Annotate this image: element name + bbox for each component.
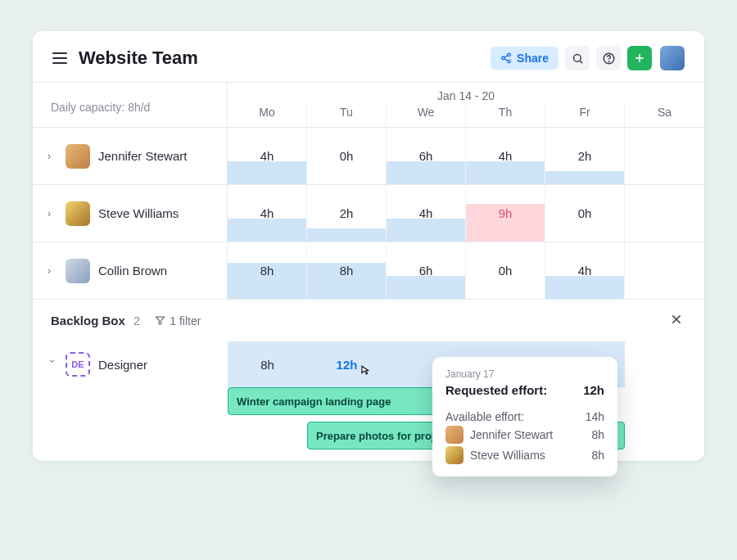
hour-cell[interactable]: 8h: [307, 242, 387, 299]
avatar: [66, 201, 90, 226]
page-title: Website Team: [79, 47, 491, 69]
hour-cell[interactable]: 2h: [307, 185, 387, 242]
menu-icon[interactable]: [52, 52, 67, 64]
filter-icon: [155, 315, 165, 326]
svg-line-6: [580, 61, 582, 63]
help-button[interactable]: [596, 46, 621, 70]
person-row: › Steve Williams 4h 2h 4h 9h 0h: [33, 184, 704, 242]
capacity-bar: [387, 219, 465, 242]
capacity-bar: [545, 276, 624, 299]
svg-point-2: [508, 60, 511, 63]
hour-cell[interactable]: 4h: [466, 128, 545, 184]
person-name: Collin Brown: [98, 264, 167, 278]
task-label: Winter campaign landing page: [237, 395, 391, 408]
svg-marker-11: [156, 317, 165, 324]
filter-label: 1 filter: [170, 314, 201, 327]
share-button[interactable]: Share: [491, 47, 558, 70]
effort-popover: January 17 Requested effort: 12h Availab…: [432, 357, 617, 476]
person-name: Jennifer Stewart: [98, 149, 187, 163]
available-effort-label: Available effort:: [445, 410, 524, 423]
backlog-count: 2: [133, 314, 140, 327]
plus-icon: [634, 52, 645, 64]
role-hour-cell[interactable]: 8h: [228, 341, 307, 387]
avatar: [66, 144, 90, 169]
chevron-right-icon[interactable]: ›: [47, 151, 57, 162]
hour-cell[interactable]: [625, 242, 704, 299]
svg-line-3: [504, 56, 508, 57]
capacity-bar: [387, 161, 465, 184]
popover-member-hours: 8h: [591, 449, 604, 462]
person-cell[interactable]: › Jennifer Stewart: [33, 128, 228, 184]
hour-cell[interactable]: 0h: [307, 128, 387, 184]
svg-point-1: [502, 56, 505, 60]
help-icon: [603, 52, 615, 65]
hour-cell[interactable]: 6h: [387, 242, 466, 299]
capacity-bar: [387, 276, 465, 299]
close-icon: [670, 313, 683, 326]
search-button[interactable]: [565, 46, 590, 70]
role-hour-cell[interactable]: [625, 341, 704, 387]
person-row: › Jennifer Stewart 4h 0h 6h 4h 2h: [33, 127, 704, 184]
backlog-title: Backlog Box: [51, 314, 125, 327]
available-effort-value: 14h: [586, 410, 604, 423]
hour-cell-overload[interactable]: 9h: [466, 185, 545, 242]
avatar: [445, 426, 463, 444]
day-header: Th: [466, 104, 545, 127]
day-header: Mo: [228, 104, 307, 127]
hour-cell[interactable]: [625, 128, 704, 184]
day-header: Fr: [545, 104, 625, 127]
avatar: [445, 446, 463, 464]
hour-cell[interactable]: 6h: [387, 128, 466, 184]
svg-point-0: [508, 53, 511, 56]
person-name: Steve Williams: [98, 206, 179, 220]
day-header: Sa: [625, 104, 704, 127]
search-icon: [572, 52, 584, 65]
person-cell[interactable]: › Steve Williams: [33, 185, 228, 242]
user-avatar[interactable]: [660, 46, 685, 70]
requested-effort-label: Requested effort:: [445, 383, 547, 397]
popover-member-name: Jennifer Stewart: [470, 428, 553, 441]
chevron-right-icon[interactable]: ›: [47, 208, 57, 219]
share-label: Share: [517, 52, 549, 65]
hour-cell[interactable]: 4h: [228, 128, 307, 184]
popover-member-name: Steve Williams: [470, 449, 545, 462]
week-range: Jan 14 - 20: [228, 83, 704, 104]
role-name: Designer: [98, 358, 147, 372]
hour-cell[interactable]: 4h: [387, 185, 466, 242]
svg-point-5: [573, 54, 581, 61]
popover-member-hours: 8h: [591, 428, 604, 441]
hour-cell[interactable]: 4h: [228, 185, 307, 242]
capacity-bar: [307, 228, 386, 242]
capacity-bar: [545, 171, 624, 184]
hour-cell[interactable]: 8h: [228, 242, 307, 299]
day-header: We: [387, 104, 466, 127]
cursor-icon: [357, 364, 372, 382]
hour-cell[interactable]: 0h: [466, 242, 545, 299]
capacity-label: Daily capacity: 8h/d: [33, 83, 228, 127]
filter-button[interactable]: 1 filter: [155, 314, 201, 327]
capacity-bar: [228, 219, 306, 242]
add-button[interactable]: [627, 46, 652, 70]
popover-date: January 17: [445, 368, 604, 380]
svg-line-4: [504, 59, 508, 61]
person-row: › Collin Brown 8h 8h 6h 0h 4h: [33, 242, 704, 299]
person-cell[interactable]: › Collin Brown: [33, 242, 228, 299]
avatar: [66, 259, 90, 283]
capacity-bar: [228, 161, 306, 184]
role-hour-cell-selected[interactable]: 12h: [307, 341, 387, 387]
close-button[interactable]: [670, 311, 686, 330]
chevron-down-icon[interactable]: ›: [47, 359, 58, 369]
backlog-header: Backlog Box 2 1 filter: [33, 299, 704, 341]
svg-point-8: [608, 61, 609, 61]
share-icon: [500, 52, 512, 64]
hour-cell[interactable]: 4h: [545, 242, 625, 299]
requested-effort-value: 12h: [583, 383, 604, 397]
role-cell[interactable]: › DE Designer: [33, 341, 228, 387]
capacity-bar: [466, 161, 545, 184]
role-badge: DE: [66, 352, 90, 377]
chevron-right-icon[interactable]: ›: [47, 265, 57, 277]
hour-cell[interactable]: 2h: [545, 128, 625, 184]
day-header: Tu: [307, 104, 387, 127]
hour-cell[interactable]: [625, 185, 704, 242]
hour-cell[interactable]: 0h: [545, 185, 625, 242]
